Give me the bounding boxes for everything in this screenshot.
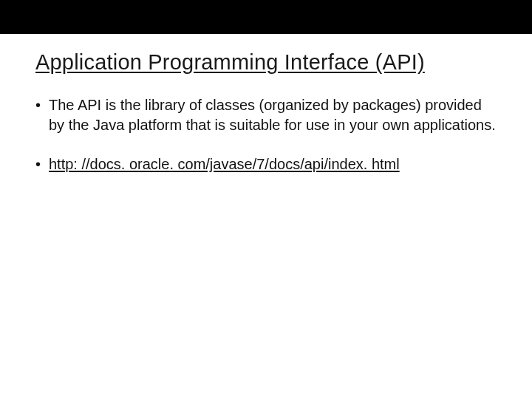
bullet-list: The API is the library of classes (organ… <box>35 95 497 174</box>
bullet-item: http: //docs. oracle. com/javase/7/docs/… <box>35 154 497 174</box>
bullet-text: The API is the library of classes (organ… <box>49 97 496 133</box>
slide-top-bar <box>0 0 532 34</box>
slide-content: Application Programming Interface (API) … <box>0 34 532 174</box>
bullet-link-text: http: //docs. oracle. com/javase/7/docs/… <box>49 156 400 172</box>
slide-title: Application Programming Interface (API) <box>35 50 497 75</box>
bullet-item: The API is the library of classes (organ… <box>35 95 497 135</box>
